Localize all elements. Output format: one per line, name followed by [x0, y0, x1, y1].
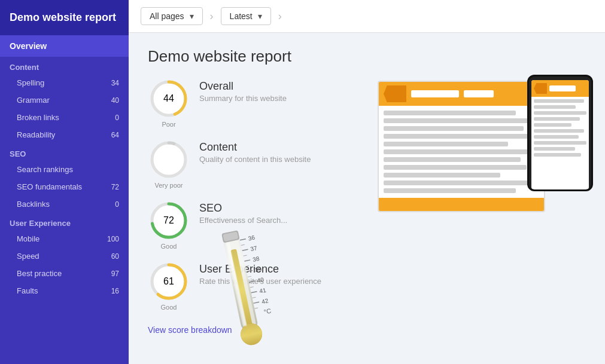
- scores-section: 44 Poor Overall Summary for this website…: [148, 78, 586, 311]
- score-sublabel-2: Effectiveness of Search...: [199, 216, 287, 225]
- svg-point-11: [239, 322, 265, 347]
- nav-item-label: Search rankings: [17, 165, 73, 174]
- sidebar-section-content: Content: [0, 57, 129, 74]
- nav-item-badge: 16: [111, 287, 119, 295]
- score-quality-0: Poor: [148, 121, 190, 128]
- score-value-3: 61: [163, 276, 174, 287]
- nav-item-label: Broken links: [17, 113, 59, 122]
- nav-item-label: Faults: [17, 286, 38, 295]
- score-quality-1: Very poor: [148, 182, 190, 189]
- score-card-seo: 72 Good SEO Effectiveness of Search...: [148, 200, 586, 250]
- topbar: All pages ▾ › Latest ▾ ›: [129, 0, 605, 33]
- svg-point-13: [244, 329, 253, 336]
- filter-latest-button[interactable]: Latest ▾: [221, 7, 271, 25]
- nav-item-badge: 72: [111, 183, 119, 191]
- nav-item-badge: 97: [111, 270, 119, 278]
- score-ring-1: [148, 139, 190, 181]
- score-info-1: Content Quality of content in this websi…: [199, 139, 311, 164]
- nav-item-label: Backlinks: [17, 200, 50, 209]
- filter1-label: All pages: [150, 11, 184, 21]
- score-ring-3: 61: [148, 261, 190, 302]
- main-content: All pages ▾ › Latest ▾ › Demo website re…: [129, 0, 605, 364]
- view-score-breakdown-link[interactable]: View score breakdown: [148, 325, 232, 335]
- score-title-0: Overall: [199, 80, 287, 93]
- score-sublabel-1: Quality of content in this website: [199, 155, 311, 164]
- filter2-label: Latest: [230, 11, 253, 21]
- sidebar-item-grammar[interactable]: Grammar40: [0, 91, 129, 109]
- sidebar-title: Demo website report: [0, 0, 129, 35]
- nav-item-badge: 40: [111, 96, 119, 105]
- score-sublabel-3: Rate this website's user experience: [199, 277, 321, 286]
- nav-item-label: Mobile: [17, 234, 39, 243]
- score-title-3: User Experience: [199, 263, 321, 276]
- sidebar-item-readability[interactable]: Readability64: [0, 126, 129, 143]
- sidebar-item-best-practice[interactable]: Best practice97: [0, 265, 129, 282]
- nav-item-badge: 0: [115, 114, 119, 122]
- content-area: Demo website report: [129, 33, 605, 364]
- sidebar-item-overview[interactable]: Overview: [0, 35, 129, 57]
- sidebar: Demo website report Overview ContentSpel…: [0, 0, 129, 364]
- score-quality-3: Good: [148, 304, 190, 311]
- nav-item-label: Readability: [17, 130, 55, 139]
- chevron-down-icon: ▾: [190, 11, 194, 21]
- separator-arrow: ›: [210, 10, 214, 23]
- score-card-content: Very poor Content Quality of content in …: [148, 139, 586, 189]
- score-value-0: 44: [163, 93, 174, 104]
- nav-item-label: Spelling: [17, 78, 44, 87]
- nav-item-label: SEO fundamentals: [17, 182, 82, 191]
- sidebar-item-search-rankings[interactable]: Search rankings: [0, 161, 129, 178]
- score-ring-0: 44: [148, 78, 190, 120]
- nav-item-badge: 34: [111, 79, 119, 87]
- sidebar-item-mobile[interactable]: Mobile100: [0, 230, 129, 247]
- nav-item-label: Grammar: [17, 96, 50, 105]
- sidebar-item-backlinks[interactable]: Backlinks0: [0, 195, 129, 213]
- filter-all-pages-button[interactable]: All pages ▾: [141, 7, 203, 25]
- sidebar-item-spelling[interactable]: Spelling34: [0, 74, 129, 91]
- svg-point-12: [239, 322, 265, 347]
- sidebar-section-user-experience: User Experience: [0, 213, 129, 230]
- score-sublabel-0: Summary for this website: [199, 94, 287, 103]
- nav-item-badge: 0: [115, 200, 119, 209]
- score-title-2: SEO: [199, 202, 287, 215]
- sidebar-item-faults[interactable]: Faults16: [0, 282, 129, 299]
- page-title: Demo website report: [148, 47, 586, 66]
- score-card-user-experience: 61 Good User Experience Rate this websit…: [148, 261, 586, 311]
- score-value-2: 72: [163, 215, 174, 226]
- nav-item-badge: 100: [107, 235, 119, 243]
- score-quality-2: Good: [148, 243, 190, 250]
- sidebar-section-seo: SEO: [0, 143, 129, 161]
- score-card-overall: 44 Poor Overall Summary for this website: [148, 78, 586, 128]
- score-title-1: Content: [199, 141, 311, 154]
- score-info-3: User Experience Rate this website's user…: [199, 261, 321, 286]
- nav-item-badge: 64: [111, 131, 119, 139]
- nav-item-label: Best practice: [17, 269, 62, 278]
- sidebar-item-speed[interactable]: Speed60: [0, 247, 129, 265]
- nav-item-label: Speed: [17, 252, 39, 261]
- sidebar-item-seo-fundamentals[interactable]: SEO fundamentals72: [0, 178, 129, 195]
- separator-arrow-2: ›: [278, 10, 282, 23]
- sidebar-nav: Overview ContentSpelling34Grammar40Broke…: [0, 35, 129, 364]
- score-ring-2: 72: [148, 200, 190, 241]
- score-info-0: Overall Summary for this website: [199, 78, 287, 103]
- sidebar-item-broken-links[interactable]: Broken links0: [0, 109, 129, 126]
- score-info-2: SEO Effectiveness of Search...: [199, 200, 287, 225]
- chevron-down-icon-2: ▾: [258, 11, 262, 21]
- nav-item-badge: 60: [111, 252, 119, 261]
